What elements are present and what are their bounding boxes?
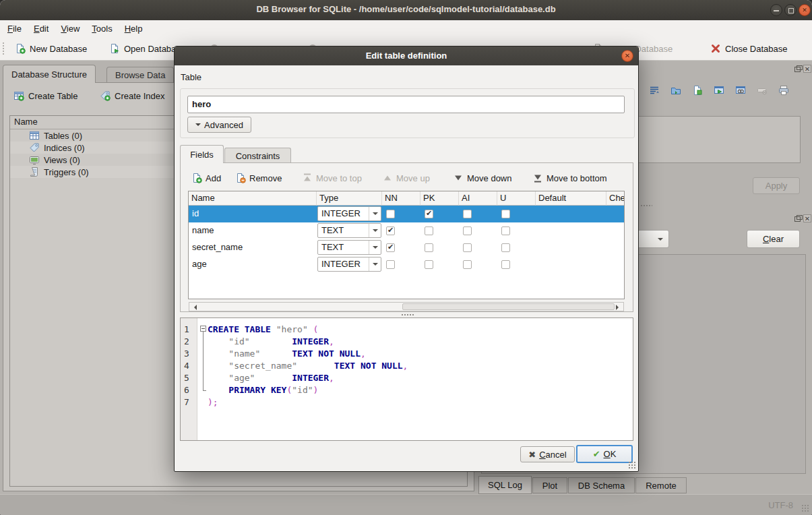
column-header-check[interactable]: Check <box>606 191 625 206</box>
dock-close-button[interactable]: ✕ <box>803 214 811 222</box>
bottom-tab-sql-log[interactable]: SQL Log <box>478 476 532 494</box>
remove-button[interactable]: Remove <box>235 171 282 185</box>
menu-edit[interactable]: Edit <box>28 22 55 36</box>
chevron-down-icon[interactable] <box>369 224 381 237</box>
scrollbar-thumb[interactable] <box>402 303 615 310</box>
ai-checkbox[interactable] <box>463 243 472 252</box>
chevron-down-icon[interactable] <box>369 258 381 271</box>
code-fold-icon[interactable] <box>200 326 206 332</box>
nn-checkbox[interactable] <box>386 210 395 218</box>
field-row-name[interactable]: nameTEXT <box>189 222 625 239</box>
add-button[interactable]: Add <box>191 171 221 185</box>
minimize-button[interactable] <box>770 4 782 16</box>
bottom-tab-db-schema[interactable]: DB Schema <box>568 477 635 493</box>
u-checkbox[interactable] <box>501 243 510 252</box>
dock-close-button[interactable]: ✕ <box>803 65 811 73</box>
nn-checkbox[interactable] <box>386 226 395 235</box>
field-row-secret_name[interactable]: secret_nameTEXT <box>189 239 625 256</box>
ai-checkbox[interactable] <box>463 226 472 235</box>
pk-checkbox[interactable] <box>425 260 433 269</box>
field-name-cell[interactable]: name <box>192 225 214 235</box>
doc-save-icon[interactable] <box>692 85 703 96</box>
close-button[interactable]: ✕ <box>799 4 811 16</box>
dock-float-button[interactable] <box>794 65 802 73</box>
dialog-close-button[interactable]: ✕ <box>621 50 633 62</box>
dock-float-button[interactable] <box>794 214 802 222</box>
maximize-button[interactable] <box>784 4 797 16</box>
column-header-ai[interactable]: AI <box>459 191 497 206</box>
null-icon[interactable] <box>757 85 768 96</box>
move-to-bottom-button[interactable]: Move to bottom <box>532 171 607 185</box>
move-down-button[interactable]: Move down <box>453 171 511 185</box>
pk-checkbox[interactable] <box>425 226 433 235</box>
u-checkbox[interactable] <box>501 260 510 269</box>
field-row-age[interactable]: ageINTEGER <box>189 256 625 273</box>
close-database-button[interactable]: Close Database <box>710 37 788 60</box>
scroll-right-icon[interactable] <box>616 305 621 310</box>
field-name-cell[interactable]: secret_name <box>192 242 243 252</box>
ok-button[interactable]: ✔ OK <box>576 445 633 463</box>
apply-button[interactable]: Apply <box>753 177 800 194</box>
pk-checkbox[interactable] <box>425 210 433 218</box>
bottom-tab-remote[interactable]: Remote <box>635 477 687 493</box>
field-name-cell[interactable]: id <box>192 208 199 218</box>
tab-fields[interactable]: Fields <box>180 145 224 163</box>
advanced-toggle-button[interactable]: Advanced <box>187 117 251 133</box>
move-to-top-button[interactable]: Move to top <box>302 171 362 185</box>
field-name-cell[interactable]: age <box>192 259 207 269</box>
chevron-down-icon[interactable] <box>369 207 381 220</box>
win-chain-icon[interactable] <box>735 85 746 96</box>
dialog-resize-grip[interactable] <box>628 461 636 469</box>
bottom-tab-plot[interactable]: Plot <box>532 477 567 493</box>
column-header-type[interactable]: Type <box>317 191 382 206</box>
tab-constraints[interactable]: Constraints <box>224 148 291 163</box>
field-row-id[interactable]: idINTEGER <box>189 206 625 222</box>
column-header-nn[interactable]: NN <box>382 191 420 206</box>
menu-tools[interactable]: Tools <box>86 22 118 36</box>
chevron-down-icon[interactable] <box>369 241 381 254</box>
horizontal-scrollbar[interactable] <box>189 302 624 311</box>
create-index-button[interactable]: Create Index <box>100 90 164 101</box>
column-header-name[interactable]: Name <box>189 191 317 206</box>
u-checkbox[interactable] <box>501 226 510 235</box>
ai-checkbox[interactable] <box>463 260 472 269</box>
type-combo[interactable]: INTEGER <box>317 206 381 221</box>
new-database-button[interactable]: New Database <box>15 37 87 60</box>
move-up-button[interactable]: Move up <box>382 171 430 185</box>
dock-splitter-handle[interactable] <box>640 204 652 207</box>
dialog-splitter-handle[interactable] <box>401 313 414 316</box>
dialog-titlebar[interactable]: Edit table definition ✕ <box>175 47 638 65</box>
win-arrow-icon[interactable] <box>714 85 724 96</box>
create-table-button[interactable]: Create Table <box>13 90 77 101</box>
table-name-input[interactable]: hero <box>187 96 625 113</box>
tab-browse-data[interactable]: Browse Data <box>106 67 174 83</box>
column-header-default[interactable]: Default <box>536 191 606 206</box>
scroll-left-icon[interactable] <box>191 305 197 310</box>
menu-file[interactable]: File <box>1 22 28 36</box>
cancel-button[interactable]: ✖ Cancel <box>520 446 575 462</box>
resize-grip[interactable] <box>801 504 809 512</box>
pk-checkbox[interactable] <box>425 243 433 252</box>
menu-view[interactable]: View <box>55 22 86 36</box>
column-header-u[interactable]: U <box>497 191 536 206</box>
type-combo[interactable]: TEXT <box>317 240 381 255</box>
window-title: DB Browser for SQLite - /home/user/code/… <box>0 4 812 14</box>
type-combo[interactable]: INTEGER <box>317 257 381 272</box>
toolbar-handle[interactable] <box>2 42 5 56</box>
clear-log-button[interactable]: Clear <box>747 230 800 248</box>
column-header-pk[interactable]: PK <box>420 191 459 206</box>
nn-checkbox[interactable] <box>386 260 395 269</box>
fields-grid[interactable]: NameTypeNNPKAIUDefaultCheck idINTEGERnam… <box>188 191 625 299</box>
printer-icon[interactable] <box>778 85 789 96</box>
tab-database-structure[interactable]: Database Structure <box>3 65 96 83</box>
nn-checkbox[interactable] <box>386 243 395 252</box>
type-combo[interactable]: TEXT <box>317 223 381 238</box>
field-toolbar-label: Move to top <box>316 173 362 183</box>
titlebar[interactable]: DB Browser for SQLite - /home/user/code/… <box>0 0 812 20</box>
menu-help[interactable]: Help <box>119 22 149 36</box>
ai-checkbox[interactable] <box>463 210 472 218</box>
u-checkbox[interactable] <box>501 210 510 218</box>
tree-item-label: Triggers (0) <box>44 167 89 177</box>
lines-icon[interactable] <box>649 85 660 96</box>
folder-icon[interactable] <box>670 85 681 96</box>
